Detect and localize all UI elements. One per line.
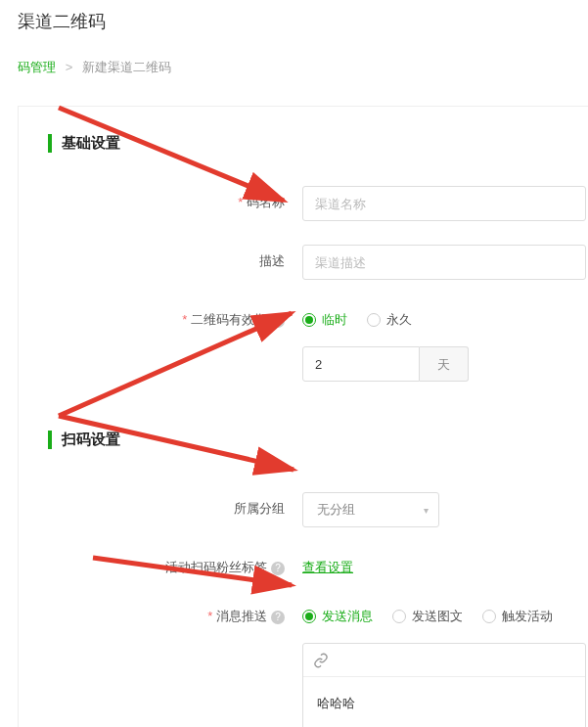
radio-dot-icon [482, 610, 496, 623]
breadcrumb-link[interactable]: 码管理 [18, 60, 56, 74]
input-duration[interactable] [302, 346, 420, 382]
label-desc: 描述 [19, 245, 302, 270]
input-desc[interactable] [302, 245, 586, 280]
push-radio-group: 发送消息 发送图文 触发活动 [302, 600, 588, 625]
breadcrumb-separator: > [66, 60, 73, 74]
radio-dot-icon [392, 610, 406, 623]
radio-send-message[interactable]: 发送消息 [302, 608, 373, 625]
section-basic-title: 基础设置 [48, 134, 588, 153]
select-group[interactable]: 无分组 ▾ [302, 492, 439, 527]
label-name: 码名称 [19, 186, 302, 211]
section-scan-title: 扫码设置 [48, 431, 588, 449]
radio-dot-icon [302, 313, 316, 327]
link-view-tag-settings[interactable]: 查看设置 [302, 551, 353, 576]
duration-unit: 天 [420, 346, 469, 382]
help-icon[interactable]: ? [271, 611, 285, 624]
editor-toolbar [303, 644, 585, 677]
message-editor: 哈哈哈 [302, 643, 586, 727]
label-group: 所属分组 [19, 492, 302, 518]
editor-body[interactable]: 哈哈哈 [303, 677, 585, 727]
form-panel: 基础设置 码名称 描述 二维码有效期? 临时 永久 [18, 106, 588, 727]
select-group-value: 无分组 [317, 501, 355, 519]
breadcrumb: 码管理 > 新建渠道二维码 [0, 39, 588, 92]
radio-trigger-activity[interactable]: 触发活动 [482, 608, 553, 625]
insert-link-icon[interactable] [313, 653, 329, 668]
row-group: 所属分组 无分组 ▾ [19, 492, 588, 527]
duration-input-wrap: 天 [302, 346, 588, 382]
radio-send-rich[interactable]: 发送图文 [392, 608, 463, 625]
breadcrumb-current: 新建渠道二维码 [82, 60, 171, 74]
chevron-down-icon: ▾ [424, 505, 429, 516]
help-icon[interactable]: ? [271, 314, 285, 328]
radio-dot-icon [302, 610, 316, 623]
input-code-name[interactable] [302, 186, 586, 221]
row-name: 码名称 [19, 186, 588, 221]
row-tags: 活动扫码粉丝标签? 查看设置 [19, 551, 588, 576]
page-title: 渠道二维码 [0, 0, 588, 39]
label-push: 消息推送? [19, 600, 302, 625]
row-validity: 二维码有效期? 临时 永久 天 [19, 303, 588, 382]
validity-radio-group: 临时 永久 [302, 303, 588, 329]
radio-dot-icon [367, 313, 381, 327]
radio-temporary[interactable]: 临时 [302, 311, 347, 329]
label-validity: 二维码有效期? [19, 303, 302, 329]
row-push: 消息推送? 发送消息 发送图文 触发活动 [19, 600, 588, 727]
help-icon[interactable]: ? [271, 562, 285, 575]
label-tags: 活动扫码粉丝标签? [19, 551, 302, 576]
radio-permanent[interactable]: 永久 [367, 311, 412, 329]
row-desc: 描述 [19, 245, 588, 280]
